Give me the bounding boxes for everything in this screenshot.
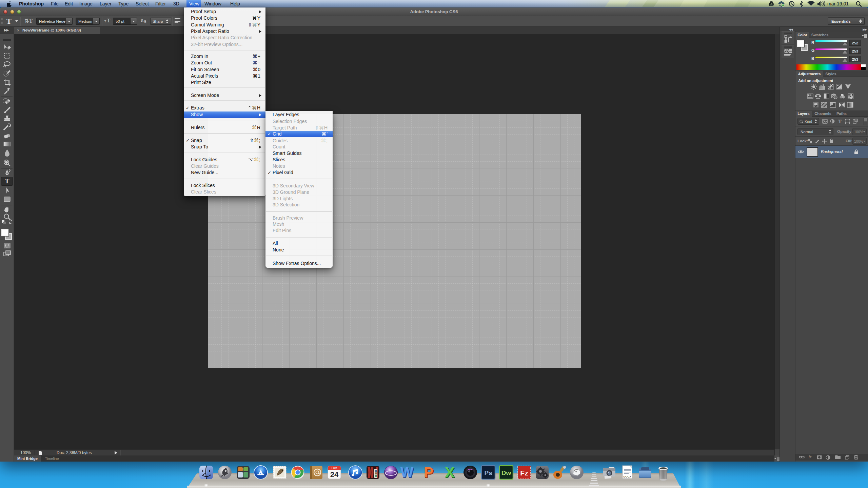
svg-text:X: X — [445, 465, 454, 480]
svg-text:Dw: Dw — [501, 469, 511, 476]
svg-text:DOCX: DOCX — [623, 475, 631, 478]
svg-text:Fz: Fz — [520, 469, 528, 477]
svg-text:P: P — [424, 465, 433, 480]
svg-text:W: W — [400, 465, 413, 480]
svg-text:Ps: Ps — [484, 469, 492, 476]
svg-text:24: 24 — [330, 470, 339, 479]
svg-text:LUG: LUG — [332, 467, 337, 470]
